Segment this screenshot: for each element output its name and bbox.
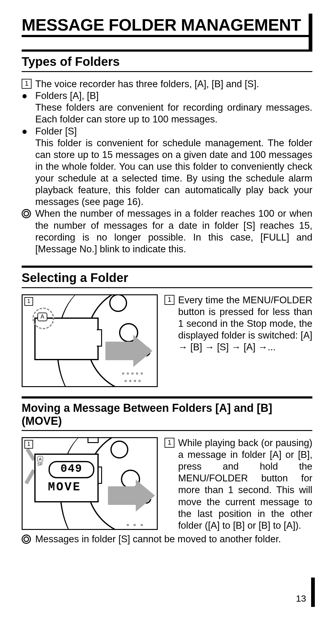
speaker-hole-icon <box>109 294 127 312</box>
bullet-text: Folders [A], [B] These folders are conve… <box>35 90 312 125</box>
section-heading: Moving a Message Between Folders [A] and… <box>22 402 312 428</box>
step-text: The voice recorder has three folders, [A… <box>35 78 312 90</box>
speaker-dots-icon: ∘∘∘∘∘ ∘∘∘∘ <box>121 370 144 385</box>
lcd-move-label: MOVE <box>48 480 81 495</box>
bullet-title: Folder [S] <box>35 126 77 137</box>
section-rule-top <box>22 396 312 399</box>
bullet-icon: ● <box>22 90 35 100</box>
section-rule-bot <box>22 287 312 288</box>
lcd-folder-a-indicator: A <box>37 456 43 462</box>
step-text: While playing back (or pausing) a messag… <box>178 437 312 531</box>
bullet-body: These folders are convenient for recordi… <box>35 102 312 125</box>
section-body: 1 The voice recorder has three folders, … <box>22 78 312 255</box>
page-corner-marker <box>311 578 315 607</box>
section-selecting-folder: Selecting a Folder 1 A ∘∘∘∘∘ ∘∘∘∘ <box>22 266 312 387</box>
section-rule-bot <box>22 430 312 431</box>
note-s-cannot-move: Messages in folder [S] cannot be moved t… <box>22 533 312 545</box>
figure-select-folder: 1 A ∘∘∘∘∘ ∘∘∘∘ <box>22 294 158 387</box>
figure-move-message: 1 A SP 049 MOVE <box>22 437 158 530</box>
press-arrow-icon <box>105 342 133 360</box>
section-types-of-folders: Types of Folders 1 The voice recorder ha… <box>22 49 312 255</box>
step-number-icon: 1 <box>165 437 178 448</box>
section-body: 1 A SP 049 MOVE <box>22 437 312 531</box>
bullet-body: This folder is convenient for schedule m… <box>35 137 312 208</box>
bullet-folder-s: ● Folder [S] This folder is convenient f… <box>22 126 312 208</box>
step-1: 1 While playing back (or pausing) a mess… <box>165 437 312 531</box>
note-icon <box>22 533 35 544</box>
step-1: 1 The voice recorder has three folders, … <box>22 78 312 90</box>
lcd-message-number: 049 <box>49 461 94 478</box>
section-rule-top <box>22 266 312 268</box>
step-number-icon: 1 <box>165 294 178 305</box>
note-text: When the number of messages in a folder … <box>35 208 312 255</box>
device-lcd-screen: A SP 049 MOVE <box>34 454 99 502</box>
section-heading: Selecting a Folder <box>22 271 312 285</box>
note-row: Messages in folder [S] cannot be moved t… <box>22 533 312 545</box>
step-1: 1 Every time the MENU/FOLDER button is p… <box>165 294 312 353</box>
press-arrow-icon <box>108 486 136 505</box>
device-side-slot <box>97 329 102 347</box>
folder-a-indicator: A <box>37 313 47 321</box>
bullet-text: Folder [S] This folder is convenient for… <box>35 126 312 208</box>
step-number: 1 <box>22 79 32 89</box>
section-rule-top <box>22 49 312 52</box>
note-text: Messages in folder [S] cannot be moved t… <box>35 533 312 545</box>
manual-page: MESSAGE FOLDER MANAGEMENT Types of Folde… <box>0 0 334 644</box>
page-number: 13 <box>296 593 306 604</box>
section-heading: Types of Folders <box>22 55 312 69</box>
lcd-sp-indicator: SP <box>37 462 43 467</box>
note-full: When the number of messages in a folder … <box>22 208 312 255</box>
bullet-folders-ab: ● Folders [A], [B] These folders are con… <box>22 90 312 125</box>
section-body: 1 A ∘∘∘∘∘ ∘∘∘∘ <box>22 294 312 387</box>
note-icon <box>22 208 35 218</box>
title-side-marker <box>309 14 312 50</box>
step-number: 1 <box>165 438 174 448</box>
speaker-hole-icon <box>110 441 128 458</box>
page-title: MESSAGE FOLDER MANAGEMENT <box>22 15 301 37</box>
bullet-icon: ● <box>22 126 35 136</box>
device-top-notch <box>88 437 99 443</box>
speaker-dots-icon: ∘ ∘ ∘ <box>126 521 144 529</box>
step-text: Every time the MENU/FOLDER button is pre… <box>178 294 312 353</box>
title-block: MESSAGE FOLDER MANAGEMENT <box>22 15 312 37</box>
step-number: 1 <box>165 295 174 305</box>
figure-step-number: 1 <box>24 440 33 449</box>
step-number-icon: 1 <box>22 78 35 89</box>
blink-ray-icon <box>24 469 35 484</box>
section-rule-bot <box>22 71 312 72</box>
bullet-title: Folders [A], [B] <box>35 90 99 101</box>
section-move-message: Moving a Message Between Folders [A] and… <box>22 396 312 545</box>
figure-step-number: 1 <box>24 297 33 306</box>
